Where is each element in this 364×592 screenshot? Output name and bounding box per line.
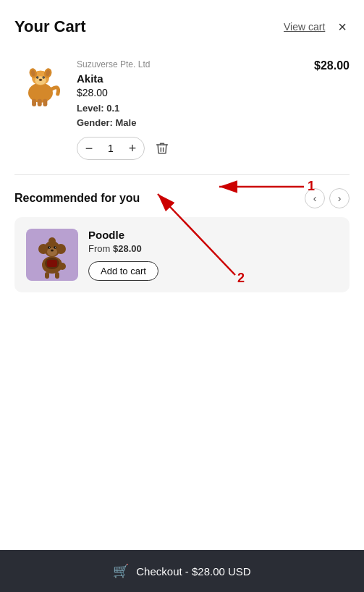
cart-header: Your Cart View cart × (0, 0, 364, 48)
level-value: 0.1 (106, 103, 119, 114)
checkout-cart-icon: 🛒 (113, 563, 129, 579)
checkout-label: Checkout - $28.00 USD (136, 565, 250, 578)
from-label: From (88, 243, 110, 254)
svg-point-25 (38, 244, 48, 254)
svg-point-9 (38, 77, 38, 77)
svg-point-10 (43, 77, 44, 77)
quantity-increase-button[interactable]: + (121, 137, 144, 160)
delete-item-button[interactable] (152, 138, 172, 158)
svg-point-11 (39, 79, 42, 81)
gender-label: Gender: (77, 117, 113, 128)
view-cart-link[interactable]: View cart (284, 21, 325, 33)
item-image (14, 59, 67, 111)
product-card: Poodle From $28.00 Add to cart (14, 217, 350, 292)
checkout-bar[interactable]: 🛒 Checkout - $28.00 USD (0, 550, 364, 592)
svg-rect-33 (45, 272, 49, 279)
prev-arrow-button[interactable]: ‹ (305, 188, 325, 208)
cart-item: Suzuverse Pte. Ltd Akita $28.00 Level: 0… (0, 48, 364, 174)
quantity-control: − 1 + (77, 137, 145, 160)
svg-rect-12 (32, 99, 36, 106)
svg-rect-14 (43, 99, 47, 106)
header-right: View cart × (284, 18, 350, 35)
item-name: Akita (77, 72, 304, 85)
product-price: $28.00 (113, 243, 142, 254)
gender-value: Male (115, 117, 136, 128)
trash-icon (155, 141, 169, 156)
item-details: Suzuverse Pte. Ltd Akita $28.00 Level: 0… (77, 59, 304, 160)
cart-title: Your Cart (14, 17, 86, 36)
quantity-decrease-button[interactable]: − (77, 137, 101, 160)
item-price-right: $28.00 (314, 59, 350, 72)
svg-point-31 (55, 247, 56, 248)
quantity-value: 1 (101, 143, 121, 154)
quantity-row: − 1 + (77, 137, 304, 160)
svg-point-26 (56, 244, 66, 254)
svg-point-27 (47, 248, 57, 256)
svg-point-29 (54, 246, 56, 249)
close-button[interactable]: × (335, 18, 350, 35)
item-meta: Level: 0.1 Gender: Male (77, 101, 304, 130)
svg-point-8 (43, 76, 45, 78)
recommended-title: Recommended for you (14, 192, 140, 205)
svg-rect-34 (55, 272, 59, 279)
product-from: From $28.00 (88, 243, 338, 254)
svg-point-30 (49, 247, 50, 248)
svg-point-7 (36, 76, 38, 78)
item-seller: Suzuverse Pte. Ltd (77, 59, 304, 69)
level-label: Level: (77, 103, 104, 114)
nav-arrows: ‹ › (305, 188, 350, 208)
next-arrow-button[interactable]: › (329, 188, 350, 208)
recommended-header: Recommended for you ‹ › (0, 175, 364, 217)
product-image (26, 229, 78, 281)
add-to-cart-button[interactable]: Add to cart (88, 261, 158, 281)
product-name: Poodle (88, 229, 338, 241)
svg-rect-13 (38, 99, 42, 106)
svg-point-28 (48, 246, 51, 249)
product-info: Poodle From $28.00 Add to cart (88, 229, 338, 281)
svg-point-36 (48, 237, 56, 245)
item-price: $28.00 (77, 87, 304, 98)
svg-rect-37 (47, 260, 57, 267)
svg-point-32 (51, 250, 54, 252)
svg-point-35 (59, 263, 66, 270)
